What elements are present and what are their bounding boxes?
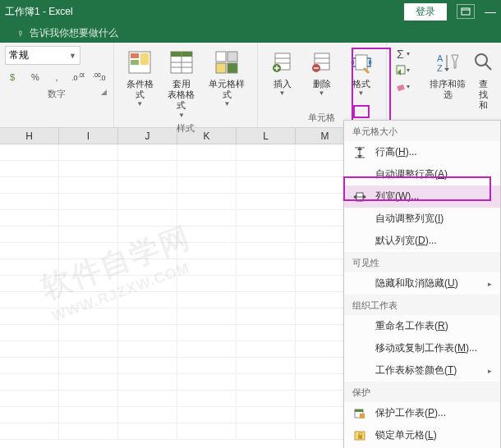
cell[interactable] bbox=[177, 325, 237, 341]
cell[interactable] bbox=[118, 341, 177, 357]
cell[interactable] bbox=[118, 210, 177, 226]
cell[interactable] bbox=[177, 243, 237, 258]
format-as-table-button[interactable]: 套用 表格格式 ▼ bbox=[161, 46, 203, 121]
cell[interactable] bbox=[237, 226, 296, 242]
cell[interactable] bbox=[237, 161, 296, 176]
minimize-button[interactable]: — bbox=[485, 5, 496, 18]
cell[interactable] bbox=[59, 144, 118, 160]
cell[interactable] bbox=[0, 309, 59, 324]
cell[interactable] bbox=[237, 407, 296, 423]
accounting-format-button[interactable]: $ bbox=[5, 68, 23, 86]
cell[interactable] bbox=[0, 226, 59, 242]
tell-me-bar[interactable]: ♀ 告诉我你想要做什么 bbox=[0, 23, 501, 43]
cell[interactable] bbox=[59, 325, 118, 341]
decrease-decimal-button[interactable]: .00.0 bbox=[90, 68, 108, 86]
cell[interactable] bbox=[237, 358, 296, 373]
cell[interactable] bbox=[237, 423, 296, 439]
cell[interactable] bbox=[237, 309, 296, 324]
cell[interactable] bbox=[177, 423, 237, 439]
dialog-launcher-icon[interactable]: ◢ bbox=[101, 88, 107, 96]
cell[interactable] bbox=[118, 276, 177, 291]
cell[interactable] bbox=[59, 309, 118, 324]
cell[interactable] bbox=[0, 210, 59, 226]
menu-autofit-column-width[interactable]: 自动调整列宽(I) bbox=[344, 208, 500, 230]
increase-decimal-button[interactable]: .0.00 bbox=[69, 68, 87, 86]
cell[interactable] bbox=[237, 276, 296, 291]
cell[interactable] bbox=[177, 341, 237, 357]
cell[interactable] bbox=[237, 374, 296, 390]
cell[interactable] bbox=[59, 358, 118, 373]
cell[interactable] bbox=[118, 161, 177, 176]
cell[interactable] bbox=[177, 292, 237, 308]
cell[interactable] bbox=[0, 341, 59, 357]
comma-format-button[interactable]: , bbox=[48, 68, 66, 86]
cell[interactable] bbox=[59, 407, 118, 423]
cell[interactable] bbox=[59, 423, 118, 439]
cell[interactable] bbox=[0, 292, 59, 308]
menu-column-width[interactable]: 列宽(W)... bbox=[344, 185, 500, 208]
cell[interactable] bbox=[0, 391, 59, 406]
cell[interactable] bbox=[118, 391, 177, 406]
column-header[interactable]: I bbox=[59, 128, 118, 144]
cell[interactable] bbox=[177, 144, 237, 160]
cell[interactable] bbox=[177, 374, 237, 390]
menu-hide-unhide[interactable]: 隐藏和取消隐藏(U) ▸ bbox=[344, 272, 500, 295]
menu-protect-sheet[interactable]: 保护工作表(P)... bbox=[344, 402, 500, 424]
conditional-formatting-button[interactable]: 条件格式 ▼ bbox=[119, 46, 161, 109]
cell[interactable] bbox=[59, 226, 118, 242]
cell[interactable] bbox=[118, 177, 177, 193]
cell[interactable] bbox=[0, 325, 59, 341]
cell[interactable] bbox=[0, 407, 59, 423]
cell[interactable] bbox=[0, 358, 59, 373]
ribbon-display-button[interactable] bbox=[457, 4, 475, 19]
menu-move-copy-sheet[interactable]: 移动或复制工作表(M)... bbox=[344, 337, 500, 359]
cell[interactable] bbox=[0, 177, 59, 193]
cell[interactable] bbox=[59, 161, 118, 176]
clear-button[interactable] bbox=[395, 80, 411, 94]
cell[interactable] bbox=[118, 325, 177, 341]
cell[interactable] bbox=[118, 144, 177, 160]
cell[interactable] bbox=[177, 391, 237, 406]
cell[interactable] bbox=[118, 407, 177, 423]
cell[interactable] bbox=[237, 210, 296, 226]
cell[interactable] bbox=[118, 358, 177, 373]
menu-rename-sheet[interactable]: 重命名工作表(R) bbox=[344, 315, 500, 337]
cell[interactable] bbox=[0, 276, 59, 291]
menu-tab-color[interactable]: 工作表标签颜色(T) ▸ bbox=[344, 359, 500, 382]
cell[interactable] bbox=[237, 325, 296, 341]
cell[interactable] bbox=[59, 177, 118, 193]
cell[interactable] bbox=[59, 374, 118, 390]
cell[interactable] bbox=[177, 259, 237, 275]
cell[interactable] bbox=[177, 210, 237, 226]
cell[interactable] bbox=[237, 292, 296, 308]
cell[interactable] bbox=[59, 391, 118, 406]
find-select-button[interactable]: 查找和 bbox=[471, 46, 496, 113]
cell[interactable] bbox=[59, 210, 118, 226]
autosum-button[interactable]: Σ bbox=[395, 48, 411, 61]
cell[interactable] bbox=[59, 276, 118, 291]
cell[interactable] bbox=[237, 177, 296, 193]
cell[interactable] bbox=[0, 194, 59, 209]
menu-autofit-row-height[interactable]: 自动调整行高(A) bbox=[344, 163, 500, 185]
cell[interactable] bbox=[0, 259, 59, 275]
cell[interactable] bbox=[177, 407, 237, 423]
cell[interactable] bbox=[118, 423, 177, 439]
format-button[interactable]: 格式 ▼ bbox=[342, 46, 381, 98]
delete-button[interactable]: 删除 ▼ bbox=[302, 46, 342, 98]
cell[interactable] bbox=[59, 243, 118, 258]
cell[interactable] bbox=[118, 309, 177, 324]
cell[interactable] bbox=[0, 423, 59, 439]
cell[interactable] bbox=[237, 144, 296, 160]
cell[interactable] bbox=[177, 226, 237, 242]
cell[interactable] bbox=[0, 144, 59, 160]
login-button[interactable]: 登录 bbox=[404, 3, 447, 21]
cell[interactable] bbox=[177, 309, 237, 324]
cell[interactable] bbox=[118, 374, 177, 390]
percent-format-button[interactable]: % bbox=[26, 68, 44, 86]
cell[interactable] bbox=[59, 194, 118, 209]
fill-button[interactable] bbox=[395, 64, 411, 77]
insert-button[interactable]: 插入 ▼ bbox=[263, 46, 302, 98]
cell[interactable] bbox=[118, 194, 177, 209]
cell[interactable] bbox=[0, 374, 59, 390]
cell-styles-button[interactable]: 单元格样式 ▼ bbox=[202, 46, 251, 109]
